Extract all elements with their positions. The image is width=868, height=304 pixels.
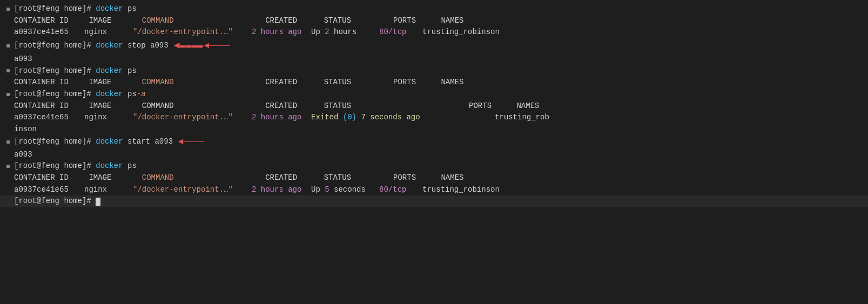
gutter-13 <box>4 165 12 168</box>
image-1: nginx <box>84 26 133 38</box>
col-status-h3: STATUS <box>324 100 465 112</box>
ports-1: 80/tcp <box>379 26 422 38</box>
terminal-line-10b: inson <box>0 124 868 136</box>
image-2: nginx <box>84 112 133 124</box>
col-ports-h3: PORTS <box>469 100 512 112</box>
col-created-h4: CREATED <box>265 172 319 184</box>
cmd-flag-8: -a <box>137 89 146 100</box>
col-command-h3: COMMAND <box>142 100 261 112</box>
header-2: CONTAINER ID IMAGE COMMAND CREATED STATU… <box>14 77 506 89</box>
created-3: 2 hours ago <box>252 184 311 196</box>
cursor <box>96 198 100 206</box>
cmd-arg-6: ps <box>127 65 137 77</box>
status-exited-rest: 7 seconds ago <box>361 113 420 121</box>
prompt-8: [root@feng home]# <box>14 89 96 100</box>
cmd-arg-1: ps <box>127 3 137 15</box>
status-3: Up 5 seconds <box>311 184 379 196</box>
col-names-h1: NAMES <box>441 15 506 27</box>
col-container-id-h1: CONTAINER ID <box>14 15 84 27</box>
cmd-docker-4: docker <box>96 40 123 52</box>
names-1: trusting_robinson <box>422 26 500 38</box>
status-1: Up 2 hours <box>311 26 379 38</box>
gutter-6 <box>4 69 12 72</box>
command-2: "/docker-entrypoint.…" <box>133 112 252 124</box>
terminal-line-4: [root@feng home]# docker stop a093 ◀▬▬▬▬… <box>0 38 868 53</box>
col-names-h4: NAMES <box>441 172 506 184</box>
prompt-11: [root@feng home]# <box>14 136 96 148</box>
col-ports-h1: PORTS <box>393 15 436 27</box>
arrowhead-stop: ◄──── <box>204 39 230 53</box>
terminal-line-7: CONTAINER ID IMAGE COMMAND CREATED STATU… <box>0 77 868 89</box>
col-status-h1: STATUS <box>324 15 389 27</box>
col-container-id-h4: CONTAINER ID <box>14 172 84 184</box>
gutter-1 <box>4 8 12 11</box>
terminal-line-2: CONTAINER ID IMAGE COMMAND CREATED STATU… <box>0 15 868 27</box>
cmd-docker-6: docker <box>96 65 123 77</box>
header-1: CONTAINER ID IMAGE COMMAND CREATED STATU… <box>14 15 506 27</box>
terminal-line-6: [root@feng home]# docker ps <box>0 65 868 77</box>
cmd-docker-1: docker <box>96 3 123 15</box>
command-3: "/docker-entrypoint.…" <box>133 184 252 196</box>
cmd-docker-13: docker <box>96 160 123 172</box>
col-command-h4: COMMAND <box>142 172 261 184</box>
prompt-6: [root@feng home]# <box>14 65 96 77</box>
names-2: trusting_rob <box>495 112 549 124</box>
terminal-line-3: a0937ce41e65 nginx "/docker-entrypoint.…… <box>0 26 868 38</box>
status-num-1: 2 <box>325 28 329 36</box>
terminal-line-8: [root@feng home]# docker ps -a <box>0 89 868 100</box>
prompt-13: [root@feng home]# <box>14 160 96 172</box>
prompt-16: [root@feng home]# <box>14 195 96 207</box>
terminal-line-16: [root@feng home]# <box>0 195 868 207</box>
prompt-4: [root@feng home]# <box>14 40 96 52</box>
ports-3: 80/tcp <box>379 184 422 196</box>
terminal-line-11: [root@feng home]# docker start a093 ◄───… <box>0 136 868 149</box>
arrow-start: ◄──── <box>178 136 204 149</box>
gutter-4 <box>4 44 12 48</box>
status-exited-code: (0) <box>343 113 356 121</box>
col-image-h3: IMAGE <box>89 100 137 112</box>
cmd-docker-11: docker <box>96 136 123 148</box>
header-4: CONTAINER ID IMAGE COMMAND CREATED STATU… <box>14 172 506 184</box>
output-2: a093 <box>14 149 32 161</box>
col-status-h4: STATUS <box>324 172 389 184</box>
col-names-h3: NAMES <box>516 100 581 112</box>
col-names-h2: NAMES <box>441 77 506 89</box>
terminal: [root@feng home]# docker ps CONTAINER ID… <box>0 0 868 211</box>
terminal-line-15: a0937ce41e65 nginx "/docker-entrypoint.…… <box>0 184 868 196</box>
header-3: CONTAINER ID IMAGE COMMAND CREATED STATU… <box>14 100 581 112</box>
created-1: 2 hours ago <box>252 26 311 38</box>
terminal-line-9: CONTAINER ID IMAGE COMMAND CREATED STATU… <box>0 100 868 112</box>
col-image-h1: IMAGE <box>89 15 137 27</box>
gutter-8 <box>4 93 12 96</box>
prompt-1: [root@feng home]# <box>14 3 96 15</box>
arrow-stop: ◀▬▬▬▬ <box>174 38 203 53</box>
output-1: a093 <box>14 53 32 65</box>
names-3: trusting_robinson <box>422 184 500 196</box>
col-container-id-h3: CONTAINER ID <box>14 100 84 112</box>
container-id-3: a0937ce41e65 <box>14 184 84 196</box>
terminal-line-12: a093 <box>0 149 868 161</box>
col-image-h4: IMAGE <box>89 172 137 184</box>
col-image-h2: IMAGE <box>89 77 137 89</box>
terminal-line-13: [root@feng home]# docker ps <box>0 160 868 172</box>
terminal-line-1: [root@feng home]# docker ps <box>0 3 868 15</box>
gutter-11 <box>4 140 12 144</box>
cmd-arg-13: ps <box>127 160 137 172</box>
terminal-line-5: a093 <box>0 53 868 65</box>
col-created-h2: CREATED <box>265 77 319 89</box>
status-exited-2: Exited (0) 7 seconds ago <box>311 112 452 124</box>
output-inson: inson <box>14 124 37 136</box>
col-created-h3: CREATED <box>265 100 319 112</box>
col-ports-h2: PORTS <box>393 77 436 89</box>
container-id-2: a0937ce41e65 <box>14 112 84 124</box>
terminal-line-10: a0937ce41e65 nginx "/docker-entrypoint.…… <box>0 112 868 124</box>
image-3: nginx <box>84 184 133 196</box>
container-id-1: a0937ce41e65 <box>14 26 84 38</box>
col-container-id-h2: CONTAINER ID <box>14 77 84 89</box>
status-num-3: 5 <box>325 185 329 194</box>
col-status-h2: STATUS <box>324 77 389 89</box>
cmd-arg-11: start a093 <box>127 136 173 148</box>
col-created-h1: CREATED <box>265 15 319 27</box>
cmd-docker-8: docker <box>96 89 123 100</box>
col-command-h1: COMMAND <box>142 15 261 27</box>
